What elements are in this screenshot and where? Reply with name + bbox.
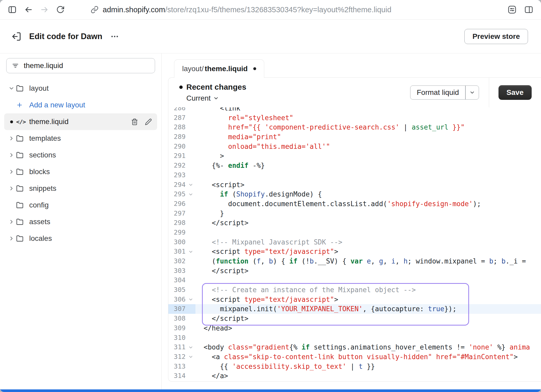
code-token: </head> — [195, 324, 232, 332]
rename-file-button[interactable] — [145, 118, 152, 125]
fold-toggle-icon[interactable] — [186, 247, 195, 256]
code-line-303[interactable]: 303 </script> — [168, 266, 541, 276]
code-token: i — [391, 257, 395, 265]
fold-toggle-icon[interactable] — [186, 180, 195, 190]
code-line-305[interactable]: 305 <!-- Create an instance of the Mixpa… — [168, 285, 541, 295]
code-token: , — [371, 257, 379, 265]
tree-row-toggle — [7, 235, 16, 242]
fold-toggle-icon[interactable] — [186, 295, 195, 304]
line-number: 312 — [168, 352, 186, 362]
code-line-312[interactable]: 312 <a class="skip-to-content-link butto… — [168, 352, 541, 362]
sidebar-item-layout[interactable]: layout — [4, 80, 157, 97]
split-view-icon[interactable] — [524, 5, 533, 14]
sidebar-toggle-icon[interactable] — [8, 5, 17, 14]
code-line-296[interactable]: 296 document.documentElement.classList.a… — [168, 199, 541, 209]
code-token: type="text/javascript" — [244, 296, 334, 303]
code-line-310[interactable]: 310 — [168, 333, 541, 343]
recent-changes: Recent changes — [179, 83, 246, 91]
sidebar-item-config[interactable]: config — [4, 197, 157, 213]
code-token: g — [379, 257, 383, 265]
code-token: onload="this.media='all'" — [228, 143, 330, 150]
folder-icon — [16, 168, 23, 175]
code-line-286[interactable]: 286 <link — [168, 107, 541, 113]
address-bar[interactable]: admin.shopify.com/store/rzq1xu-f5/themes… — [91, 5, 508, 14]
more-options-icon[interactable] — [110, 32, 119, 41]
code-token: <!-- Mixpanel Javascript SDK --> — [212, 238, 342, 246]
tab-path-prefix: layout/ — [182, 65, 204, 73]
fold-toggle-icon[interactable] — [186, 352, 195, 362]
format-liquid-button[interactable]: Format liquid — [410, 85, 479, 100]
editor-header: Recent changes Current Format liquid — [168, 78, 541, 107]
back-icon[interactable] — [24, 5, 33, 14]
folder-icon — [16, 201, 23, 209]
sidebar-item-label: templates — [29, 134, 61, 143]
sidebar-item-templates[interactable]: templates — [4, 130, 157, 147]
fold-toggle-icon[interactable] — [186, 189, 195, 199]
code-token: b — [489, 257, 493, 265]
delete-file-button[interactable] — [131, 118, 138, 125]
code-line-314[interactable]: 314 </a> — [168, 371, 541, 381]
line-number: 303 — [168, 266, 186, 276]
sidebar-item-assets[interactable]: assets — [4, 213, 157, 230]
code-token: var — [351, 257, 363, 265]
sidebar-item-locales[interactable]: locales — [4, 230, 157, 247]
code-line-292[interactable]: 292 {%- endif -%} — [168, 161, 541, 170]
code-token: ; window.mixpanel = — [408, 257, 489, 265]
sidebar-item-snippets[interactable]: snippets — [4, 180, 157, 197]
code-token — [195, 238, 212, 246]
code-line-293[interactable]: 293 — [168, 170, 541, 180]
code-line-311[interactable]: 311 <body class="gradient{% if settings.… — [168, 342, 541, 352]
file-filter-box[interactable] — [6, 58, 155, 73]
line-number: 296 — [168, 199, 186, 209]
preview-store-button[interactable]: Preview store — [464, 29, 528, 44]
line-number: 287 — [168, 113, 186, 123]
sidebar-item-add-a-new-layout[interactable]: Add a new layout — [4, 97, 157, 113]
code-line-304[interactable]: 304 — [168, 275, 541, 285]
code-line-308[interactable]: 308 </script> — [168, 314, 541, 323]
code-text: (function (f, b) { if (!b.__SV) { var e,… — [195, 256, 541, 266]
code-line-298[interactable]: 298 </script> — [168, 218, 541, 228]
code-line-287[interactable]: 287 rel="stylesheet" — [168, 113, 541, 123]
tab-theme-liquid[interactable]: layout/theme.liquid — [174, 59, 264, 78]
code-line-288[interactable]: 288 href="{{ 'component-predictive-searc… — [168, 123, 541, 132]
code-token: <a — [195, 353, 224, 361]
folder-icon — [16, 85, 23, 92]
line-number: 313 — [168, 362, 186, 371]
code-line-313[interactable]: 313 {{ 'accessibility.skip_to_text' | t … — [168, 362, 541, 371]
code-token: </script> — [195, 219, 249, 227]
code-line-306[interactable]: 306 <script type="text/javascript"> — [168, 295, 541, 304]
code-text: {%- endif -%} — [195, 161, 541, 170]
code-line-289[interactable]: 289 media="print" — [168, 132, 541, 142]
code-token: %} — [493, 343, 506, 351]
content-area: layoutAdd a new layout</>theme.liquidtem… — [0, 53, 541, 389]
format-options-toggle[interactable] — [466, 90, 479, 95]
code-line-299[interactable]: 299 — [168, 228, 541, 237]
sidebar-item-sections[interactable]: sections — [4, 147, 157, 163]
code-token: 'accessibility.skip_to_text' — [232, 363, 346, 370]
unsaved-file-indicator — [10, 120, 13, 123]
code-editor[interactable]: 286 <link287 rel="stylesheet"288 href="{… — [168, 107, 541, 381]
code-line-307[interactable]: 307 mixpanel.init('YOUR_MIXPANEL_TOKEN',… — [168, 304, 541, 314]
sidebar-item-blocks[interactable]: blocks — [4, 163, 157, 180]
exit-editor-icon[interactable] — [11, 32, 21, 41]
code-line-309[interactable]: 309 </head> — [168, 323, 541, 333]
code-line-290[interactable]: 290 onload="this.media='all'" — [168, 142, 541, 151]
code-line-291[interactable]: 291 > — [168, 151, 541, 161]
code-line-302[interactable]: 302 (function (f, b) { if (!b.__SV) { va… — [168, 256, 541, 266]
code-line-300[interactable]: 300 <!-- Mixpanel Javascript SDK --> — [168, 237, 541, 247]
file-filter-input[interactable] — [23, 61, 150, 70]
code-line-294[interactable]: 294 <script> — [168, 180, 541, 190]
version-selector[interactable]: Current — [179, 94, 246, 102]
code-line-295[interactable]: 295 if (Shopify.designMode) { — [168, 189, 541, 199]
code-line-297[interactable]: 297 } — [168, 209, 541, 218]
code-line-301[interactable]: 301 <script type="text/javascript"> — [168, 247, 541, 256]
forward-icon[interactable] — [40, 5, 49, 14]
sidebar-item-theme.liquid[interactable]: </>theme.liquid — [4, 113, 157, 130]
code-token: <script — [195, 248, 244, 255]
save-button[interactable]: Save — [499, 85, 532, 100]
reload-icon[interactable] — [56, 5, 65, 14]
tune-icon[interactable] — [508, 5, 517, 14]
code-text: </script> — [195, 314, 541, 323]
code-token: , — [383, 257, 391, 265]
fold-toggle-icon[interactable] — [186, 342, 195, 352]
